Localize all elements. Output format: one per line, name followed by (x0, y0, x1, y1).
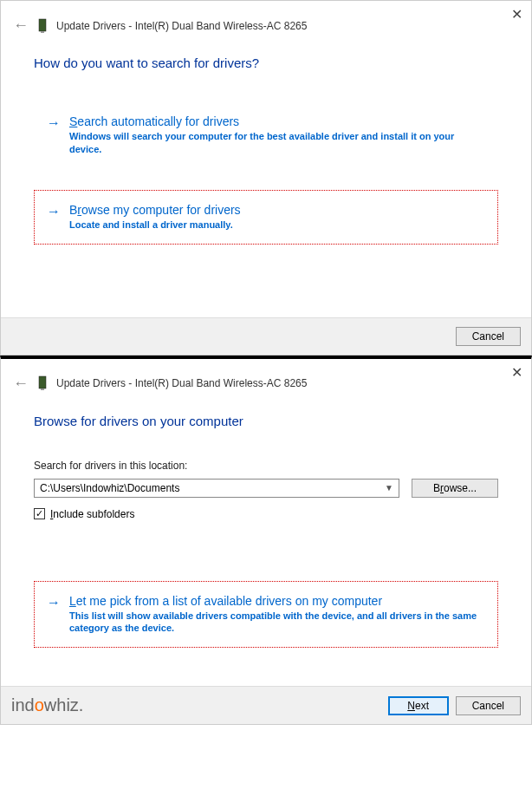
arrow-right-icon: → (47, 204, 61, 219)
location-label: Search for drivers in this location: (34, 460, 498, 472)
browse-button[interactable]: Browse... (412, 479, 498, 498)
location-combobox[interactable]: C:\Users\Indowhiz\Documents ▼ (34, 479, 399, 498)
back-arrow-icon[interactable]: ← (13, 375, 29, 393)
svg-rect-1 (41, 31, 44, 33)
chevron-down-icon[interactable]: ▼ (385, 483, 393, 493)
back-arrow-icon[interactable]: ← (13, 16, 29, 35)
device-icon (37, 18, 48, 34)
arrow-right-icon: → (47, 115, 61, 131)
dialog-footer: indowhiz. Next Cancel (1, 686, 531, 724)
dialog-footer: Cancel (1, 317, 531, 355)
option-desc: This list will show available drivers co… (69, 610, 485, 636)
option-title: Search automatically for drivers (69, 114, 485, 128)
next-button[interactable]: Next (388, 696, 449, 715)
page-heading: Browse for drivers on your computer (34, 414, 498, 428)
checkbox-icon[interactable]: ✓ (34, 508, 45, 519)
option-browse-computer[interactable]: → Browse my computer for drivers Locate … (34, 190, 498, 245)
page-heading: How do you want to search for drivers? (34, 55, 498, 70)
location-value: C:\Users\Indowhiz\Documents (40, 482, 385, 494)
include-subfolders-row[interactable]: ✓ Include subfolders (34, 508, 498, 520)
option-title: Browse my computer for drivers (69, 203, 485, 217)
dialog-driver-search: ✕ ← Update Drivers - Intel(R) Dual Band … (0, 0, 532, 356)
watermark-logo: indowhiz. (11, 695, 83, 715)
option-search-automatically[interactable]: → Search automatically for drivers Windo… (34, 101, 498, 169)
cancel-button[interactable]: Cancel (456, 327, 521, 346)
arrow-right-icon: → (47, 595, 61, 610)
dialog-title: Update Drivers - Intel(R) Dual Band Wire… (56, 20, 307, 32)
option-pick-from-list[interactable]: → Let me pick from a list of available d… (34, 581, 498, 649)
dialog-header: ← Update Drivers - Intel(R) Dual Band Wi… (1, 359, 531, 393)
option-desc: Locate and install a driver manually. (69, 219, 485, 232)
dialog-title: Update Drivers - Intel(R) Dual Band Wire… (56, 377, 307, 389)
device-icon (37, 375, 48, 391)
svg-rect-0 (39, 19, 46, 31)
svg-rect-3 (41, 388, 44, 390)
cancel-button[interactable]: Cancel (456, 696, 521, 715)
svg-rect-2 (39, 376, 46, 388)
close-icon[interactable]: ✕ (511, 364, 522, 381)
close-icon[interactable]: ✕ (511, 6, 522, 23)
option-title: Let me pick from a list of available dri… (69, 594, 485, 608)
option-desc: Windows will search your computer for th… (69, 130, 485, 156)
dialog-browse-drivers: ✕ ← Update Drivers - Intel(R) Dual Band … (0, 356, 532, 726)
dialog-header: ← Update Drivers - Intel(R) Dual Band Wi… (1, 1, 531, 35)
include-subfolders-label: Include subfolders (50, 508, 134, 520)
